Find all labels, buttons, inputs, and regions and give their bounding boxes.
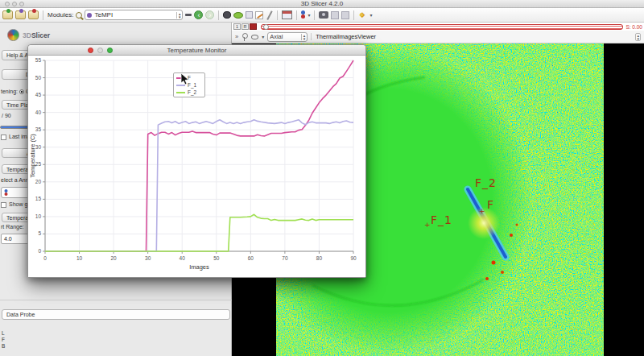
thermal-label-f2: F_2	[475, 176, 497, 189]
y-tick-label: 0	[38, 248, 41, 254]
toolbar-separator	[353, 10, 354, 20]
series-line-F_1	[45, 120, 353, 251]
x-tick-label: 10	[76, 255, 83, 261]
transform-icon[interactable]	[246, 11, 253, 19]
layout-icon[interactable]	[282, 10, 292, 19]
probe-row-l: L	[2, 330, 5, 336]
forward-arrow-icon[interactable]: ›	[205, 10, 214, 19]
main-toolbar: Modules: TeMPI ▴▾ ‹ › ▾ ◆◆ ▾	[0, 8, 644, 23]
listening-radio[interactable]	[19, 89, 24, 94]
slicer-logo-icon	[7, 29, 19, 41]
toolbar-separator	[314, 10, 315, 20]
slice-offset-bar: 1 R S: 0.00	[232, 23, 644, 31]
module-selector-stepper[interactable]: ▴▾	[176, 12, 181, 19]
y-tick-label: 35	[35, 126, 42, 132]
y-tick-label: 50	[35, 75, 42, 81]
x-tick-label: 20	[110, 255, 117, 261]
x-tick-label: 60	[248, 255, 254, 261]
toolbar-separator	[277, 10, 278, 20]
back-arrow-icon[interactable]: ‹	[194, 10, 203, 19]
chart-window-title: Temperature Monitor	[28, 45, 365, 56]
legend-swatch-f2	[176, 92, 185, 93]
y-tick-label: 55	[35, 57, 42, 63]
sparkle-icon[interactable]: ◆◆	[358, 10, 367, 19]
view-name-label: ThermalImagesViewer	[311, 33, 376, 40]
slice-index-box[interactable]: 1	[233, 23, 241, 30]
thermal-fiducial-marker-f: +	[479, 207, 485, 215]
panel-divider	[0, 300, 232, 300]
extension-icon-1[interactable]	[331, 11, 339, 19]
probe-row-b: B	[2, 343, 5, 349]
orientation-selector[interactable]: Axial ▴▾	[267, 32, 308, 42]
alert-range-label: rt Range:	[1, 224, 24, 230]
x-tick-label: 50	[213, 255, 220, 261]
listening-label: tening:	[1, 89, 18, 94]
mouse-cursor-icon	[180, 73, 190, 86]
y-tick-label: 5	[38, 230, 41, 236]
fiducial-toolbar-icon[interactable]	[301, 10, 305, 19]
expand-controller-icon[interactable]: »	[235, 33, 238, 40]
ruler-icon[interactable]	[266, 10, 273, 20]
slice-offset-value: S: 0.00	[625, 24, 642, 30]
visibility-eye-icon[interactable]	[251, 35, 258, 39]
x-tick-label: 40	[180, 255, 186, 261]
load-data-icon[interactable]	[15, 10, 26, 19]
extension-icon-2[interactable]	[341, 11, 349, 19]
load-dicom-icon[interactable]	[2, 10, 13, 19]
thermal-label-f1: F_1	[431, 213, 452, 226]
show-graph-checkbox[interactable]	[1, 202, 6, 208]
y-tick-label: 45	[35, 92, 42, 97]
y-tick-label: 15	[35, 196, 42, 201]
temperature-monitor-window[interactable]: Temperature Monitor 01020304050607080900…	[27, 44, 366, 278]
save-icon[interactable]	[28, 10, 39, 19]
chart-window-titlebar[interactable]: Temperature Monitor	[28, 45, 365, 56]
orientation-stepper[interactable]: ▴▾	[301, 34, 306, 40]
slice-slider-handle[interactable]	[263, 24, 269, 30]
modules-label: Modules:	[47, 11, 73, 19]
last-image-checkbox[interactable]	[1, 135, 6, 140]
legend-label-f2: F_2	[188, 89, 196, 95]
mouse-mode-icon[interactable]	[223, 11, 231, 19]
toolbar-separator	[218, 10, 219, 20]
slice-offset-slider[interactable]	[261, 24, 623, 30]
toolbar-separator	[296, 10, 297, 20]
sparkle-dropdown-icon[interactable]: ▾	[369, 12, 372, 18]
annotation-edit-icon[interactable]	[255, 11, 263, 19]
frame-counter: / 90	[2, 113, 11, 118]
app-title: 3D Slicer 4.2.0	[0, 0, 644, 8]
toolbar-separator	[43, 10, 43, 20]
visibility-dropdown-icon[interactable]: ▾	[262, 34, 264, 39]
thermal-label-f: F	[487, 198, 494, 211]
probe-row-f: F	[2, 337, 5, 342]
x-tick-label: 80	[316, 255, 323, 261]
chart-body: 0102030405060708090051015202530354045505…	[28, 56, 365, 277]
x-tick-label: 90	[350, 255, 357, 261]
y-tick-label: 20	[35, 179, 42, 184]
window-titlebar: 3D Slicer 4.2.0	[0, 0, 644, 8]
x-tick-label: 30	[145, 255, 151, 261]
alert-range-value: 4.0	[4, 236, 12, 242]
annotation-fiducial-icon	[5, 189, 8, 197]
listening-row: tening:C	[1, 89, 30, 94]
data-probe-header[interactable]: Data Probe	[2, 309, 230, 320]
screenshot-icon[interactable]	[319, 11, 328, 19]
legend-entry-f2[interactable]: F_2	[176, 89, 202, 95]
pin-icon[interactable]	[242, 33, 248, 41]
y-axis-title: Temperature (C)	[29, 134, 36, 178]
module-selector[interactable]: TeMPI ▴▾	[85, 10, 183, 20]
module-history-icon[interactable]	[185, 14, 192, 16]
x-tick-label: 70	[282, 255, 288, 261]
slice-color-box[interactable]	[250, 23, 257, 30]
fiducial-dropdown-icon[interactable]: ▾	[308, 12, 310, 18]
y-tick-label: 40	[35, 110, 42, 115]
module-search-icon[interactable]	[76, 12, 82, 19]
place-mode-icon[interactable]	[233, 12, 243, 19]
view-controller-bar: » ▾ Axial ▴▾ ThermalImagesViewer ▴▾	[232, 31, 644, 43]
module-icon	[87, 13, 92, 18]
series-line-F_2	[45, 214, 353, 251]
thermal-fiducial-marker-f1: +	[424, 221, 431, 229]
x-tick-label: 0	[43, 255, 47, 261]
screen: 3D Slicer 4.2.0 Modules: TeMPI ▴▾ ‹ › ▾	[0, 0, 644, 356]
slice-r-box[interactable]: R	[242, 23, 249, 30]
view-stepper[interactable]: ▴▾	[635, 33, 641, 41]
